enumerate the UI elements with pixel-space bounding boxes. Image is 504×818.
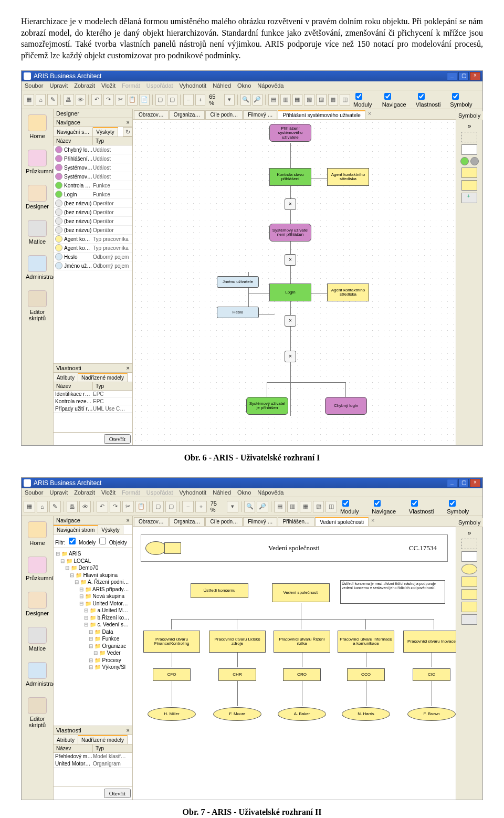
role-node[interactable]: CHR — [218, 668, 256, 681]
tree-item[interactable]: ⊟ 📁 Výkony/Sl — [56, 664, 130, 671]
menu-item[interactable]: Formát — [122, 82, 140, 89]
check-vlastnosti[interactable]: Vlastnosti — [416, 91, 449, 108]
dept-node[interactable]: Pracovníci útvaru Informace a komunikace — [338, 631, 394, 653]
event-node[interactable]: Systémový uživatel není přihlášen — [269, 224, 311, 242]
event-node[interactable]: Chybný login — [325, 397, 367, 415]
dept-node[interactable]: Pracovníci útvaru Finance/Kontroling — [143, 631, 200, 653]
list-row[interactable]: Kontrola st…Funkce — [54, 181, 132, 190]
org-node[interactable]: Vedení společnosti — [272, 583, 330, 602]
props-tab[interactable]: Nadřízené modely — [78, 735, 128, 744]
module-script[interactable]: Editor skriptů — [26, 697, 49, 728]
role-node[interactable]: Agent kontaktního střediska — [327, 284, 369, 301]
list-row[interactable]: Chybný lo…Událost — [54, 145, 132, 154]
list-row[interactable]: Systémov…Událost — [54, 163, 132, 172]
canvas-tab[interactable]: Organiza… — [169, 110, 205, 119]
canvas-tab[interactable]: Cíle podn… — [205, 517, 243, 526]
list-row[interactable]: Systémov…Událost — [54, 172, 132, 181]
module-matrix[interactable]: Matice — [26, 627, 49, 652]
function-login-node[interactable]: Login — [269, 284, 311, 301]
nav-tab[interactable]: Výskyty — [98, 525, 123, 534]
toolbar-button[interactable]: ▦ — [300, 501, 311, 512]
menu-item[interactable]: Náhled — [213, 489, 231, 496]
toolbar-button[interactable]: 🖶 — [67, 501, 78, 512]
module-explorer[interactable]: Průzkumník — [26, 557, 49, 581]
list-row[interactable]: Přehledový mod…Model klasif… — [54, 753, 132, 760]
symbol-yellow[interactable] — [461, 589, 477, 600]
canvas-tab-active[interactable]: Přihlášení systémového uživatele — [278, 110, 365, 119]
canvas-tab[interactable]: Přihlášen… — [278, 517, 314, 526]
toolbar-button[interactable]: 🔎 — [257, 501, 268, 512]
check-moduly[interactable]: Moduly — [340, 498, 370, 515]
zoom-value[interactable]: 75 % — [208, 500, 226, 513]
toolbar-button[interactable]: 📋 — [135, 501, 147, 512]
menu-item[interactable]: Soubor — [25, 82, 43, 89]
list-row[interactable]: (bez názvu)Operátor — [54, 217, 132, 226]
toolbar-button[interactable]: ▤ — [274, 501, 286, 512]
toolbar-button[interactable]: ↶ — [97, 501, 108, 512]
dept-node[interactable]: Pracovníci útvaru Inovace — [403, 631, 456, 653]
tree-item[interactable]: ⊟ 📁 United Motors Grou — [56, 600, 130, 607]
operator-node[interactable]: × — [285, 254, 296, 266]
menu-item[interactable]: Nápověda — [257, 489, 284, 496]
menu-item[interactable]: Formát — [122, 489, 140, 496]
menu-item[interactable]: Upravit — [49, 489, 68, 496]
symbol-yellow[interactable] — [461, 167, 477, 178]
menu-item[interactable]: Uspořádat — [146, 489, 173, 496]
toolbar-button[interactable]: ↷ — [103, 94, 114, 106]
menu-item[interactable]: Vyhodnotit — [180, 489, 207, 496]
tree-item[interactable]: ⊟ 📁 Nová skupina — [56, 593, 130, 600]
nav-tab[interactable]: Navigační s… — [54, 127, 93, 137]
filter-objects[interactable]: Objekty — [97, 540, 127, 546]
symbol-circle[interactable] — [470, 157, 479, 165]
nav-tab[interactable]: Navigační strom — [54, 525, 98, 534]
toolbar-button[interactable]: ▦ — [292, 94, 303, 106]
toolbar-button[interactable]: ✂ — [122, 501, 134, 512]
operator-node[interactable]: × — [285, 198, 296, 210]
check-moduly[interactable]: Moduly — [353, 91, 381, 108]
props-tab[interactable]: Atributy — [54, 373, 78, 382]
menu-item[interactable]: Uspořádat — [146, 82, 173, 89]
toolbar-button[interactable]: ▢ — [167, 94, 177, 106]
zoom-in-button[interactable]: + — [195, 501, 207, 512]
list-row[interactable]: Jméno uži…Odborný pojem — [54, 261, 132, 270]
symbol-yellow[interactable] — [461, 602, 477, 612]
list-row[interactable]: Agent kont…Typ pracovníka — [54, 244, 132, 253]
person-node[interactable]: H. Miller — [148, 707, 196, 721]
toolbar-button[interactable]: 📋 — [127, 94, 138, 106]
toolbar-button[interactable]: ▧ — [304, 94, 314, 106]
close-button[interactable]: × — [470, 72, 480, 80]
list-row[interactable]: United Motors G…Organigram — [54, 760, 132, 768]
list-row[interactable]: Kontrola rezerv…EPC — [54, 398, 132, 405]
role-node[interactable]: Agent kontaktního střediska — [327, 168, 369, 186]
header-oval[interactable] — [145, 541, 166, 555]
tree-item[interactable]: ⊟ 📁 ARIS případy užití — [56, 586, 130, 593]
tree-item[interactable]: ⊟ 📁 LOCAL — [56, 558, 130, 565]
module-designer[interactable]: Designer — [26, 185, 49, 209]
list-row[interactable]: Agent kont…Typ pracovníka — [54, 235, 132, 244]
toolbar-button[interactable]: ▦ — [24, 94, 34, 106]
toolbar-button[interactable]: ⌂ — [36, 94, 46, 106]
toolbar-button[interactable]: ✂ — [116, 94, 126, 106]
canvas-tab[interactable]: Obrazov… — [134, 110, 169, 119]
toolbar-button[interactable]: ▾ — [227, 501, 238, 512]
canvas-tab[interactable]: Cíle podn… — [205, 110, 243, 119]
close-tab-icon[interactable]: × — [371, 517, 374, 526]
tree-item[interactable]: ⊟ 📁 Organizac — [56, 643, 130, 650]
symbol-rect[interactable] — [461, 551, 477, 562]
tree-item[interactable]: ⊟ 📁 Hlavní skupina — [56, 572, 130, 579]
module-admin[interactable]: Administrace — [26, 662, 49, 687]
open-button[interactable]: Otevřít — [104, 789, 131, 798]
canvas-tab-active[interactable]: Vedení společnosti — [315, 517, 369, 526]
toolbar-button[interactable]: ▧ — [313, 501, 324, 512]
module-explorer[interactable]: Průzkumník — [26, 150, 49, 174]
col-type[interactable]: Typ — [93, 382, 132, 390]
zoom-value[interactable]: 65 % — [207, 93, 223, 106]
check-symboly[interactable]: Symboly — [447, 498, 480, 515]
maximize-button[interactable]: ▢ — [458, 72, 469, 80]
tree-item[interactable]: ⊟ 📁 A. Řízení podnikových p — [56, 579, 130, 586]
col-name[interactable]: Název — [54, 137, 93, 145]
role-node[interactable]: CCO — [347, 668, 385, 681]
toolbar-button[interactable]: ▥ — [287, 501, 299, 512]
menu-item[interactable]: Náhled — [213, 82, 231, 89]
menu-item[interactable]: Zobrazit — [74, 489, 95, 496]
